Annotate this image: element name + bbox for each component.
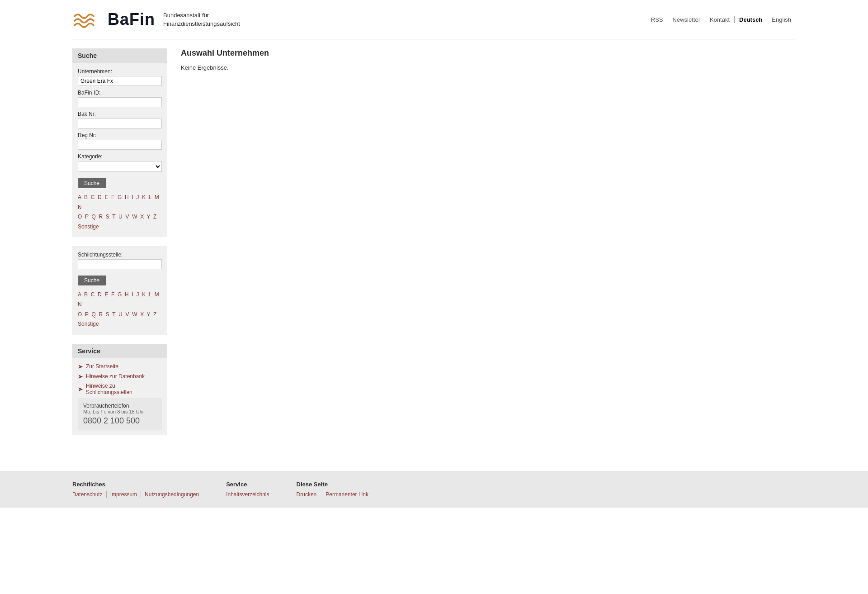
schlicht-group: Schlichtungsstelle:	[78, 252, 162, 269]
service-links: ➤ Zur Startseite ➤ Hinweise zur Datenban…	[72, 358, 167, 435]
footer-col-service: Service Inhaltsverzeichnis	[226, 481, 269, 498]
schlicht-alpha-S[interactable]: S	[106, 311, 109, 318]
schlicht-alpha-U[interactable]: U	[118, 311, 123, 318]
alpha-E[interactable]: E	[104, 194, 108, 200]
footer-drucken[interactable]: Drucken	[297, 491, 321, 498]
alpha-K[interactable]: K	[142, 194, 146, 200]
schlicht-alphabet-links: A B C D E F G H I J K L M N	[78, 290, 162, 329]
alpha-X[interactable]: X	[140, 214, 144, 220]
alpha-sonstige[interactable]: Sonstige	[78, 223, 99, 230]
schlicht-alpha-Q[interactable]: Q	[91, 311, 95, 318]
schlicht-alpha-N[interactable]: N	[78, 301, 82, 308]
schlicht-alpha-E[interactable]: E	[104, 291, 108, 298]
schlicht-alpha-Y[interactable]: Y	[147, 311, 151, 318]
alpha-G[interactable]: G	[118, 194, 122, 200]
nav-newsletter[interactable]: Newsletter	[668, 16, 705, 23]
schlicht-alpha-W[interactable]: W	[132, 311, 137, 318]
schlicht-alpha-X[interactable]: X	[140, 311, 144, 318]
alpha-Y[interactable]: Y	[147, 214, 151, 220]
schlicht-alpha-Z[interactable]: Z	[153, 311, 156, 318]
schlicht-section: Schlichtungsstelle: Suche A B C D E F G …	[72, 246, 167, 334]
service-link-startseite[interactable]: Zur Startseite	[86, 363, 118, 370]
schlicht-alpha-sonstige[interactable]: Sonstige	[78, 321, 99, 327]
suche-body: Unternehmen: BaFin-ID: Bak Nr: Reg Nr: K…	[72, 63, 167, 237]
footer-diese-seite-title: Diese Seite	[297, 481, 373, 488]
alpha-R[interactable]: R	[99, 214, 103, 220]
schlicht-alpha-D[interactable]: D	[98, 291, 102, 298]
alpha-A[interactable]: A	[78, 194, 81, 200]
kategorie-select[interactable]	[78, 161, 162, 172]
content-area: Auswahl Unternehmen Keine Ergebnisse.	[181, 48, 796, 444]
schlicht-alpha-R[interactable]: R	[99, 311, 103, 318]
alpha-P[interactable]: P	[85, 214, 89, 220]
schlicht-alpha-H[interactable]: H	[125, 291, 129, 298]
schlicht-alpha-M[interactable]: M	[155, 291, 159, 298]
logo-bafin-text: BaFin	[108, 10, 155, 29]
service-link-schlichtung[interactable]: Hinweise zu Schlichtungsstellen	[86, 383, 162, 395]
schlicht-alpha-O[interactable]: O	[78, 311, 82, 318]
unternehmen-input[interactable]	[78, 76, 162, 86]
alpha-Q[interactable]: Q	[91, 214, 95, 220]
schlicht-suche-button[interactable]: Suche	[78, 276, 106, 285]
service-link-datenbank[interactable]: Hinweise zur Datenbank	[86, 373, 145, 380]
schlicht-body: Schlichtungsstelle: Suche A B C D E F G …	[72, 246, 167, 334]
suche-button[interactable]: Suche	[78, 178, 106, 188]
footer-columns: Rechtliches Datenschutz Impressum Nutzun…	[72, 481, 796, 498]
alpha-V[interactable]: V	[125, 214, 129, 220]
schlicht-alpha-B[interactable]: B	[84, 291, 88, 298]
alpha-U[interactable]: U	[118, 214, 123, 220]
bafin-id-input[interactable]	[78, 97, 162, 107]
footer-rechtliches-title: Rechtliches	[72, 481, 199, 488]
verbraucher-box: Verbrauchertelefon Mo. bis Fr. von 8 bis…	[78, 398, 162, 430]
bak-nr-label: Bak Nr:	[78, 111, 162, 117]
schlicht-alphabet-row1: A B C D E F G H I J K L M N	[78, 290, 162, 309]
bak-nr-input[interactable]	[78, 119, 162, 128]
alpha-J[interactable]: J	[136, 194, 139, 200]
nav-rss[interactable]: RSS	[646, 16, 668, 23]
schlicht-alpha-K[interactable]: K	[142, 291, 146, 298]
alpha-W[interactable]: W	[132, 214, 137, 220]
alphabet-links: A B C D E F G H I J K L M N	[78, 193, 162, 232]
footer-impressum[interactable]: Impressum	[110, 491, 141, 498]
kategorie-group: Kategorie:	[78, 153, 162, 172]
schlicht-alpha-J[interactable]: J	[136, 291, 139, 298]
schlicht-alphabet-row2: O P Q R S T U V W X Y Z	[78, 310, 162, 320]
schlicht-alpha-T[interactable]: T	[112, 311, 115, 318]
nav-kontakt[interactable]: Kontakt	[705, 16, 735, 23]
alpha-M[interactable]: M	[155, 194, 159, 200]
schlicht-alpha-F[interactable]: F	[111, 291, 114, 298]
bafin-id-label: BaFin-ID:	[78, 90, 162, 96]
schlicht-alpha-V[interactable]: V	[125, 311, 129, 318]
alpha-T[interactable]: T	[112, 214, 115, 220]
schlicht-alpha-P[interactable]: P	[85, 311, 89, 318]
footer-nutzung[interactable]: Nutzungsbedingungen	[145, 491, 199, 498]
schlicht-alpha-L[interactable]: L	[149, 291, 151, 298]
reg-nr-input[interactable]	[78, 140, 162, 150]
alpha-C[interactable]: C	[91, 194, 95, 200]
schlicht-alpha-A[interactable]: A	[78, 291, 81, 298]
alpha-Z[interactable]: Z	[153, 214, 156, 220]
alpha-S[interactable]: S	[106, 214, 109, 220]
alpha-I[interactable]: I	[132, 194, 133, 200]
schlicht-input[interactable]	[78, 259, 162, 269]
reg-nr-group: Reg Nr:	[78, 132, 162, 150]
footer-datenschutz[interactable]: Datenschutz	[72, 491, 107, 498]
footer-permanenter-link[interactable]: Permanenter Link	[326, 491, 373, 498]
nav-english[interactable]: English	[767, 16, 796, 23]
alpha-L[interactable]: L	[149, 194, 151, 200]
schlicht-label: Schlichtungsstelle:	[78, 252, 162, 258]
alpha-H[interactable]: H	[125, 194, 129, 200]
footer-inhaltsverzeichnis[interactable]: Inhaltsverzeichnis	[226, 491, 269, 498]
nav-deutsch[interactable]: Deutsch	[735, 16, 767, 23]
service-link-item-2: ➤ Hinweise zur Datenbank	[78, 373, 162, 380]
bak-nr-group: Bak Nr:	[78, 111, 162, 128]
schlicht-alpha-C[interactable]: C	[91, 291, 95, 298]
alpha-O[interactable]: O	[78, 214, 82, 220]
alpha-D[interactable]: D	[98, 194, 102, 200]
alpha-F[interactable]: F	[111, 194, 114, 200]
alpha-N[interactable]: N	[78, 204, 82, 210]
alpha-B[interactable]: B	[84, 194, 88, 200]
service-header: Service	[72, 344, 167, 358]
schlicht-alpha-G[interactable]: G	[118, 291, 122, 298]
schlicht-alpha-I[interactable]: I	[132, 291, 133, 298]
